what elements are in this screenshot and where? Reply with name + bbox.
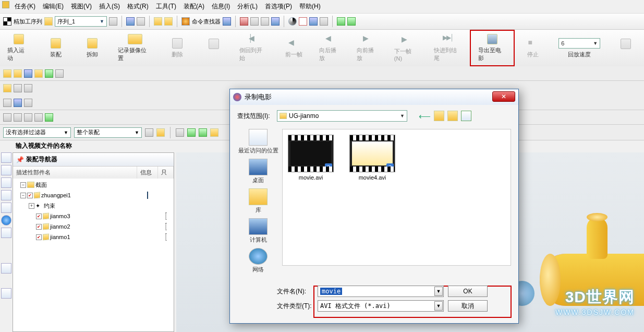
new-folder-icon[interactable] <box>447 111 458 121</box>
checkbox-icon[interactable]: ✔ <box>36 234 42 240</box>
tool-icon[interactable] <box>3 99 11 107</box>
print-icon[interactable] <box>137 17 145 26</box>
place-network[interactable]: 网络 <box>249 248 268 274</box>
wire-icon[interactable] <box>299 17 307 26</box>
cmd-finder-icon[interactable] <box>181 17 190 26</box>
rbtn-insert-motion[interactable]: 插入运动 <box>0 30 38 66</box>
menu-help[interactable]: 帮助(H) <box>296 1 324 12</box>
undo-icon[interactable] <box>154 17 162 26</box>
filename-input[interactable]: movie▼ <box>318 286 444 297</box>
fill-icon[interactable] <box>320 17 328 26</box>
file-item[interactable]: G movie4.avi <box>349 135 395 181</box>
rbtn-play-back[interactable]: 向后播放 <box>312 30 349 66</box>
file-list[interactable]: G movie.avi G movie4.avi <box>282 129 511 266</box>
tool-icon[interactable] <box>45 69 53 78</box>
shade-icon[interactable] <box>288 17 297 26</box>
place-recent[interactable]: 最近访问的位置 <box>238 129 278 155</box>
layer2-icon[interactable] <box>261 17 269 26</box>
menu-format[interactable]: 格式(R) <box>124 1 152 12</box>
menu-insert[interactable]: 插入(S) <box>96 1 123 12</box>
rbtn-disassemble[interactable]: 拆卸 <box>74 30 111 66</box>
rbtn-stop[interactable]: 停止 <box>515 30 551 66</box>
filetype-dropdown[interactable]: AVI 格式文件 (*.avi)▼ <box>318 300 444 312</box>
chevron-down-icon[interactable]: ▼ <box>434 301 443 311</box>
filter-icon[interactable] <box>156 128 165 137</box>
col-info[interactable]: 信息 <box>137 167 158 179</box>
tool-icon[interactable] <box>14 113 22 122</box>
snap-icon[interactable] <box>187 128 196 137</box>
dialog-titlebar[interactable]: 录制电影 ✕ <box>230 89 518 105</box>
tree-row-constraints[interactable]: +✦ 约束 <box>13 200 174 211</box>
tree-row-root[interactable]: −✔zhuangpei1 <box>13 190 174 200</box>
tool-icon[interactable] <box>24 99 32 107</box>
snap-icon[interactable] <box>176 128 184 137</box>
box-icon[interactable] <box>240 17 248 26</box>
tool-icon[interactable] <box>34 113 43 122</box>
tab-hd-icon[interactable] <box>1 203 11 213</box>
expander-icon[interactable]: − <box>20 182 26 188</box>
view-menu-icon[interactable] <box>461 111 471 121</box>
filter-icon[interactable] <box>145 128 153 137</box>
back-icon[interactable]: ⟵ <box>419 111 431 121</box>
menu-prefs[interactable]: 首选项(P) <box>262 1 295 12</box>
tool-icon[interactable] <box>3 113 11 122</box>
file-item[interactable]: G movie.avi <box>288 135 334 181</box>
rbtn-next-frame[interactable]: 下一帧(N) <box>387 30 427 66</box>
playback-speed-dropdown[interactable]: 6▼ <box>558 38 600 49</box>
seq-icon[interactable] <box>44 17 53 26</box>
checkbox-icon[interactable]: ✔ <box>27 193 33 198</box>
tree-row-child[interactable]: ✔jianmo2 <box>13 221 174 232</box>
expander-icon[interactable]: − <box>20 193 26 198</box>
tab-sim-icon[interactable] <box>1 263 11 274</box>
refresh-icon[interactable] <box>109 17 117 26</box>
menu-info[interactable]: 信息(I) <box>209 1 233 12</box>
flag-icon[interactable] <box>3 17 11 26</box>
tool-icon[interactable] <box>14 84 22 92</box>
redo-icon[interactable] <box>164 17 173 26</box>
place-libraries[interactable]: 库 <box>249 188 268 214</box>
menu-tools[interactable]: 工具(T) <box>153 1 179 12</box>
up-folder-icon[interactable] <box>434 111 444 121</box>
tool-icon[interactable] <box>24 84 32 92</box>
tree-row-sections[interactable]: −截面 <box>13 180 174 190</box>
save-icon[interactable] <box>126 17 135 26</box>
scope-dropdown[interactable]: 整个装配▼ <box>74 127 142 138</box>
rbtn-rewind[interactable]: 倒回到开始 <box>232 30 275 66</box>
pin-icon[interactable]: 📌 <box>16 156 24 163</box>
rbtn-extra[interactable] <box>607 30 644 66</box>
view-icon[interactable] <box>223 17 231 26</box>
col-readonly[interactable]: 只 <box>158 167 174 179</box>
checkbox-icon[interactable]: ✔ <box>36 224 42 230</box>
csys-icon[interactable] <box>337 17 345 26</box>
rbtn-record-camera[interactable]: 记录摄像位置 <box>111 30 160 66</box>
cube-icon[interactable] <box>271 17 280 26</box>
tool-icon[interactable] <box>14 69 22 78</box>
tool-icon[interactable] <box>24 113 32 122</box>
selection-filter-dropdown[interactable]: 没有选择过滤器▼ <box>3 127 71 138</box>
rbtn-prev-frame[interactable]: 前一帧 <box>275 30 312 66</box>
place-computer[interactable]: 计算机 <box>249 218 268 244</box>
tab-ie-icon[interactable] <box>1 215 11 226</box>
tool-icon[interactable] <box>3 69 11 78</box>
sequence-dropdown[interactable]: 序列_1 ▼ <box>55 16 107 27</box>
menu-analysis[interactable]: 分析(L) <box>234 1 261 12</box>
cancel-button[interactable]: 取消 <box>448 300 488 312</box>
snap-icon[interactable] <box>199 128 207 137</box>
tree-row-child[interactable]: ✔jianmo1 <box>13 232 174 242</box>
menu-view[interactable]: 视图(V) <box>68 1 95 12</box>
tool-icon[interactable] <box>14 99 22 107</box>
checkbox-icon[interactable]: ✔ <box>36 214 42 219</box>
chevron-down-icon[interactable]: ▼ <box>434 287 443 296</box>
tool-icon[interactable] <box>24 69 32 78</box>
persp-icon[interactable] <box>309 17 318 26</box>
menu-assembly[interactable]: 装配(A) <box>180 1 208 12</box>
wcs-icon[interactable] <box>347 17 356 26</box>
ok-button[interactable]: OK <box>448 286 488 297</box>
snap-icon[interactable] <box>210 128 218 137</box>
tool-icon[interactable] <box>34 69 43 78</box>
menu-task[interactable]: 任务(K) <box>11 1 39 12</box>
tool-icon[interactable] <box>3 84 11 92</box>
tab-role-icon[interactable] <box>1 228 11 238</box>
look-in-dropdown[interactable]: UG-jianmo ▼ <box>277 110 407 122</box>
rbtn-play-forward[interactable]: 向前播放 <box>349 30 387 66</box>
